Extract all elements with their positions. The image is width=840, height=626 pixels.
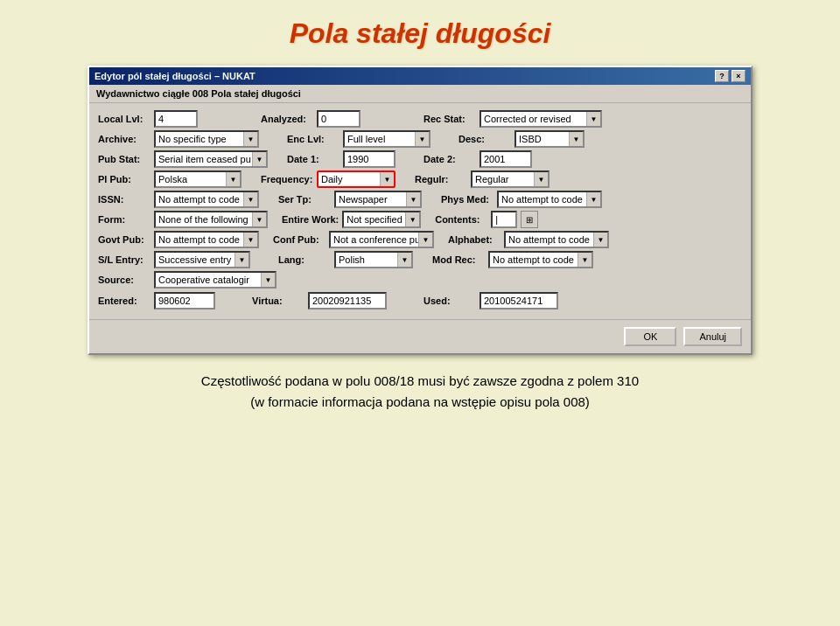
date1-group: Date 1: 1990 xyxy=(287,150,396,168)
dialog-subtitle: Wydawnictwo ciągłe 008 Pola stałej długo… xyxy=(89,85,751,103)
phys-med-dropdown[interactable]: No attempt to code ▼ xyxy=(497,191,602,208)
archive-dropdown[interactable]: No specific type ▼ xyxy=(154,130,259,148)
virtua-input[interactable]: 20020921135 xyxy=(308,292,387,310)
issn-label: ISSN: xyxy=(98,194,150,205)
desc-group: Desc: ISBD ▼ xyxy=(458,130,584,148)
date2-label: Date 2: xyxy=(424,154,476,164)
lang-group: Lang: Polish ▼ xyxy=(278,251,413,268)
form-group: Form: None of the following ▼ xyxy=(98,211,268,228)
virtua-label: Virtua: xyxy=(252,296,304,306)
used-label: Used: xyxy=(424,296,476,306)
lang-arrow[interactable]: ▼ xyxy=(397,251,411,268)
phys-med-arrow[interactable]: ▼ xyxy=(586,191,600,208)
mod-rec-arrow[interactable]: ▼ xyxy=(578,251,592,268)
pub-stat-arrow[interactable]: ▼ xyxy=(252,150,266,168)
alphabet-arrow[interactable]: ▼ xyxy=(593,231,607,248)
entire-work-arrow[interactable]: ▼ xyxy=(405,211,419,228)
source-dropdown[interactable]: Cooperative catalogir ▼ xyxy=(154,271,276,289)
entire-work-value: Not specified xyxy=(344,214,405,225)
rec-stat-arrow[interactable]: ▼ xyxy=(586,110,600,128)
desc-label: Desc: xyxy=(458,134,511,144)
issn-arrow[interactable]: ▼ xyxy=(243,191,257,208)
row-7: Govt Pub: No attempt to code ▼ Conf Pub:… xyxy=(98,231,742,248)
source-arrow[interactable]: ▼ xyxy=(261,271,275,289)
pub-stat-group: Pub Stat: Serial item ceased pu ▼ xyxy=(98,150,268,168)
pl-pub-dropdown[interactable]: Polska ▼ xyxy=(154,170,242,188)
title-bar-buttons: ? × xyxy=(715,70,746,82)
row-5: ISSN: No attempt to code ▼ Ser Tp: Newsp… xyxy=(98,191,742,208)
frequency-value: Daily xyxy=(318,174,380,184)
entire-work-label: Entire Work: xyxy=(282,214,339,225)
cancel-button[interactable]: Anuluj xyxy=(683,327,742,346)
entered-group: Entered: 980602 xyxy=(98,292,215,310)
date1-input[interactable]: 1990 xyxy=(343,150,396,168)
contents-icon-button[interactable]: ⊞ xyxy=(521,211,538,228)
date2-group: Date 2: 2001 xyxy=(424,150,532,168)
entered-input[interactable]: 980602 xyxy=(154,292,215,310)
contents-label: Contents: xyxy=(435,214,487,225)
regulr-group: Regulr: Regular ▼ xyxy=(415,170,550,188)
enc-lvl-arrow[interactable]: ▼ xyxy=(415,130,429,148)
pub-stat-value: Serial item ceased pu xyxy=(156,154,252,164)
date2-input[interactable]: 2001 xyxy=(480,150,532,168)
help-button[interactable]: ? xyxy=(715,70,729,82)
archive-arrow[interactable]: ▼ xyxy=(243,130,257,148)
conf-pub-dropdown[interactable]: Not a conference pub ▼ xyxy=(329,231,434,248)
analyzed-label: Analyzed: xyxy=(261,114,313,124)
enc-lvl-label: Enc Lvl: xyxy=(287,134,340,144)
pl-pub-value: Polska xyxy=(156,174,226,184)
govt-pub-group: Govt Pub: No attempt to code ▼ xyxy=(98,231,259,248)
source-label: Source: xyxy=(98,275,150,285)
frequency-arrow[interactable]: ▼ xyxy=(380,170,394,188)
archive-label: Archive: xyxy=(98,134,150,144)
local-lvl-label: Local Lvl: xyxy=(98,114,150,124)
pl-pub-arrow[interactable]: ▼ xyxy=(226,170,240,188)
row-8: S/L Entry: Successive entry ▼ Lang: Poli… xyxy=(98,251,742,268)
issn-group: ISSN: No attempt to code ▼ xyxy=(98,191,259,208)
close-button[interactable]: × xyxy=(732,70,746,82)
row-6: Form: None of the following ▼ Entire Wor… xyxy=(98,211,742,228)
frequency-label: Frequency: xyxy=(261,174,313,184)
archive-value: No specific type xyxy=(156,134,243,144)
regulr-dropdown[interactable]: Regular ▼ xyxy=(471,170,550,188)
entire-work-dropdown[interactable]: Not specified ▼ xyxy=(342,211,421,228)
mod-rec-label: Mod Rec: xyxy=(432,254,485,265)
lang-dropdown[interactable]: Polish ▼ xyxy=(334,251,413,268)
rec-stat-label: Rec Stat: xyxy=(424,114,476,124)
govt-pub-arrow[interactable]: ▼ xyxy=(243,231,257,248)
frequency-dropdown[interactable]: Daily ▼ xyxy=(317,170,396,188)
conf-pub-label: Conf Pub: xyxy=(273,234,326,245)
ser-tp-value: Newspaper xyxy=(336,194,406,205)
analyzed-input[interactable]: 0 xyxy=(317,110,360,128)
govt-pub-dropdown[interactable]: No attempt to code ▼ xyxy=(154,231,259,248)
desc-dropdown[interactable]: ISBD ▼ xyxy=(514,130,584,148)
pub-stat-dropdown[interactable]: Serial item ceased pu ▼ xyxy=(154,150,268,168)
issn-dropdown[interactable]: No attempt to code ▼ xyxy=(154,191,259,208)
pl-pub-label: Pl Pub: xyxy=(98,174,150,184)
used-input[interactable]: 20100524171 xyxy=(480,292,558,310)
desc-arrow[interactable]: ▼ xyxy=(569,130,583,148)
lang-value: Polish xyxy=(336,254,397,265)
alphabet-dropdown[interactable]: No attempt to code ▼ xyxy=(504,231,609,248)
bottom-text-line1: Częstotliwość podana w polu 008/18 musi … xyxy=(201,371,639,392)
rec-stat-dropdown[interactable]: Corrected or revised ▼ xyxy=(480,110,602,128)
row-1: Local Lvl: 4 Analyzed: 0 Rec Stat: Corre… xyxy=(98,110,742,128)
sl-entry-dropdown[interactable]: Successive entry ▼ xyxy=(154,251,250,268)
regulr-arrow[interactable]: ▼ xyxy=(534,170,548,188)
enc-lvl-dropdown[interactable]: Full level ▼ xyxy=(343,130,430,148)
analyzed-group: Analyzed: 0 xyxy=(261,110,360,128)
form-arrow[interactable]: ▼ xyxy=(252,211,266,228)
local-lvl-group: Local Lvl: 4 xyxy=(98,110,198,128)
mod-rec-dropdown[interactable]: No attempt to code ▼ xyxy=(488,251,593,268)
conf-pub-arrow[interactable]: ▼ xyxy=(418,231,432,248)
sl-entry-arrow[interactable]: ▼ xyxy=(234,251,248,268)
contents-input[interactable]: | xyxy=(491,211,517,228)
form-label: Form: xyxy=(98,214,150,225)
ok-button[interactable]: OK xyxy=(624,327,676,346)
ser-tp-arrow[interactable]: ▼ xyxy=(406,191,420,208)
form-dropdown[interactable]: None of the following ▼ xyxy=(154,211,268,228)
ser-tp-dropdown[interactable]: Newspaper ▼ xyxy=(334,191,422,208)
ser-tp-label: Ser Tp: xyxy=(278,194,331,205)
local-lvl-input[interactable]: 4 xyxy=(154,110,198,128)
sl-entry-label: S/L Entry: xyxy=(98,254,150,265)
